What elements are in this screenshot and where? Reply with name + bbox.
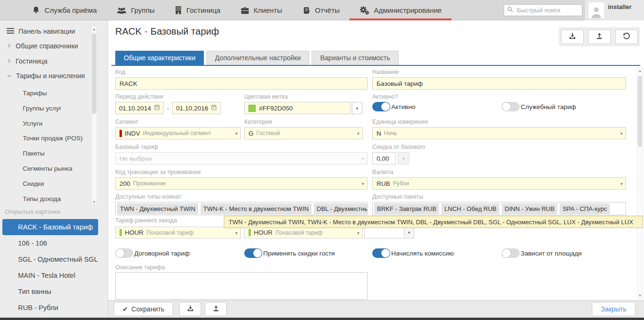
package-chip[interactable]: DINN - Ужин RUB	[502, 203, 557, 214]
save-button[interactable]: ✔ Сохранить	[114, 302, 173, 316]
scroll-up-icon[interactable]: ▲	[92, 27, 97, 31]
description-textarea[interactable]	[115, 272, 368, 300]
tab-additional-settings[interactable]: Дополнительные настройки	[206, 51, 309, 65]
package-chip[interactable]: BRKF - Завтрак RUB	[374, 203, 439, 214]
footer-import-button[interactable]	[205, 302, 227, 316]
history-button[interactable]	[615, 29, 638, 44]
field-label: Сегмент	[115, 119, 241, 126]
open-card-label: SGL - Одноместный SGL	[18, 256, 98, 263]
sidebar-item-tariffs-group[interactable]: Тарифы и начисления	[0, 69, 90, 83]
sidebar-item-label: Услуги	[23, 120, 43, 127]
field-label: Цветовая метка	[244, 93, 363, 101]
content-scrollbar[interactable]: ▲ ▼	[637, 68, 643, 299]
sidebar-item-services[interactable]: Услуги	[0, 116, 90, 130]
room-types-input[interactable]: TWN - Двухместный TWIN TWN-K - Место в д…	[115, 202, 368, 215]
sidebar-scrollbar[interactable]: ▲ ▼	[91, 26, 97, 205]
packages-input[interactable]: BRKF - Завтрак RUB LNCH - Обед RUB DINN …	[372, 202, 626, 215]
tab-variants-cost[interactable]: Варианты и стоимость	[312, 51, 398, 65]
scroll-down-icon[interactable]: ▼	[637, 293, 643, 298]
open-card-main[interactable]: MAIN - Tesla Hotel	[2, 267, 98, 283]
sidebar-item-pos[interactable]: Точки продаж (POS)	[0, 131, 90, 145]
field-area-dependent: Зависит от площади	[502, 248, 582, 258]
tab-general[interactable]: Общие характеристики	[115, 51, 204, 65]
category-select[interactable]: G Гостевой ▾	[244, 127, 363, 139]
transaction-select[interactable]: 200 Проживание ▾	[115, 177, 368, 190]
scroll-down-icon[interactable]: ▼	[92, 200, 97, 204]
sidebar-item-hotel[interactable]: Гостиница	[0, 54, 90, 68]
extra-combo-dropdown-button[interactable]: ▾	[405, 227, 414, 238]
calendar-icon[interactable]	[211, 104, 217, 112]
scrollbar-thumb[interactable]	[638, 76, 642, 147]
open-card-bath-type[interactable]: Тип ванны	[2, 283, 98, 300]
bell-icon	[32, 6, 40, 15]
currency-select[interactable]: RUB Рубли ▾	[372, 177, 626, 190]
sidebar-item-label: Сегменты рынка	[23, 165, 72, 172]
nav-item-hotel[interactable]: Гостиница	[165, 0, 230, 20]
nav-item-reception[interactable]: Служба приёма	[22, 0, 107, 20]
early-checkin-select[interactable]: HOUR Почасовой тариф ▾	[115, 227, 241, 238]
contract-tariff-toggle[interactable]	[115, 248, 133, 258]
period-from-input[interactable]: 01.10.2014	[115, 102, 164, 114]
sidebar-item-market-segments[interactable]: Сегменты рынка	[0, 161, 90, 175]
sidebar-item-label: Общие справочники	[16, 42, 78, 50]
commission-toggle[interactable]	[372, 248, 390, 258]
name-input[interactable]	[372, 77, 626, 90]
unit-select[interactable]: N Ночь ▾	[372, 127, 626, 139]
open-card-rack[interactable]: RACK - Базовый тариф	[2, 219, 98, 235]
extra-combo-input[interactable]	[364, 227, 405, 238]
calendar-icon[interactable]	[154, 104, 160, 112]
discount-input[interactable]	[372, 152, 396, 165]
room-type-chip[interactable]: DBL - Двухместный DBL	[314, 203, 368, 214]
footer-export-button[interactable]	[179, 302, 201, 316]
code-input[interactable]	[115, 77, 368, 90]
open-card-106[interactable]: 106 - 106	[2, 235, 98, 251]
export-button[interactable]	[561, 29, 584, 44]
guest-discounts-toggle[interactable]	[244, 248, 262, 258]
room-type-chip[interactable]: TWN-K - Место в двухместном TWIN	[201, 203, 312, 214]
room-type-chip[interactable]: TWN - Двухместный TWIN	[117, 203, 198, 214]
field-active: Активно? Активно	[372, 93, 415, 111]
scroll-up-icon[interactable]: ▲	[637, 69, 643, 73]
active-toggle[interactable]	[372, 102, 390, 111]
import-button[interactable]	[588, 29, 611, 44]
color-dropdown-button[interactable]: ▾	[352, 102, 362, 114]
open-card-rub[interactable]: RUB - Рубли	[2, 300, 98, 316]
scrollbar-thumb[interactable]	[92, 33, 96, 114]
field-label: Категория	[244, 119, 363, 126]
toggle-label: Активно	[391, 103, 415, 110]
sidebar-item-general-references[interactable]: Общие справочники	[0, 39, 90, 53]
package-chip[interactable]: SPA - СПА-курс	[560, 203, 610, 214]
sidebar-item-packages[interactable]: Пакеты	[0, 146, 90, 160]
sidebar-item-navigation-panel[interactable]: Панель навигации	[0, 24, 90, 38]
color-tag-input[interactable]: #FF92D050	[244, 102, 351, 114]
period-to-input[interactable]: 01.10.2016	[172, 102, 221, 114]
sidebar-item-label: Скидки	[23, 180, 44, 187]
sidebar-item-income-types[interactable]: Типы дохода	[0, 192, 90, 206]
package-chip[interactable]: LNCH - Обед RUB	[442, 203, 499, 214]
user-menu[interactable]: installer	[584, 0, 644, 20]
close-button[interactable]: Закрыть	[592, 302, 635, 316]
late-checkout-select[interactable]: HOUR Почасовой тариф ▾	[244, 227, 363, 238]
segment-select[interactable]: INDV Индивидуальный сегмент ▾	[115, 127, 241, 139]
nav-item-reports[interactable]: Отчёты	[292, 0, 350, 20]
field-label: Скидка от базового	[372, 144, 425, 151]
sidebar-item-discounts[interactable]: Скидки	[0, 176, 90, 191]
toggle-label: Зависит от площади	[521, 250, 582, 257]
service-tariff-toggle[interactable]	[502, 102, 520, 111]
nav-item-groups[interactable]: Группы	[107, 0, 165, 20]
open-card-sgl[interactable]: SGL - Одноместный SGL	[2, 251, 98, 267]
nav-item-administration[interactable]: Администрирование	[350, 0, 451, 20]
search-input[interactable]	[516, 6, 579, 14]
date-value: 01.10.2016	[176, 105, 208, 112]
nav-item-clients[interactable]: Клиенты	[230, 0, 292, 20]
sidebar-item-tariffs[interactable]: Тарифы	[0, 86, 90, 100]
sidebar-item-service-groups[interactable]: Группы услуг	[0, 101, 90, 115]
discount-dropdown-button: ▾	[398, 152, 409, 165]
option-description: Ночь	[384, 130, 397, 137]
open-card-label: Тип ванны	[18, 288, 51, 295]
field-discount: Скидка от базового ▾	[372, 144, 425, 165]
bottom-strip	[0, 318, 644, 320]
area-dependent-toggle[interactable]	[502, 248, 520, 258]
option-code: RUB	[377, 180, 390, 187]
open-card-label: MAIN - Tesla Hotel	[18, 272, 75, 279]
